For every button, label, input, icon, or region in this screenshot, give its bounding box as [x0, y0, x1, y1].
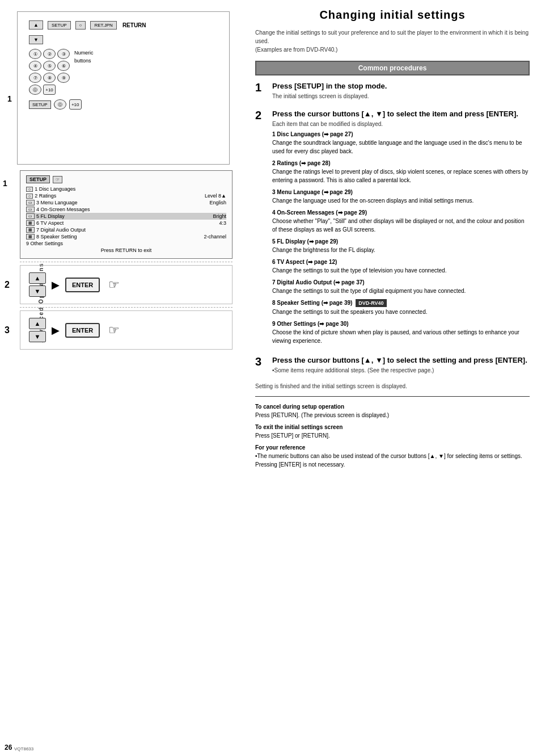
note-exit-title: To exit the initial settings screen	[255, 424, 530, 430]
sub-item-3-title: Menu Language (➡ page 29)	[277, 189, 353, 195]
step-2-content: Press the cursor buttons [▲, ▼] to selec…	[272, 109, 530, 348]
sub-item-6-text: Change the settings to suit the type of …	[272, 267, 446, 274]
cursor-arrows-2: ▲ ▼	[29, 272, 46, 297]
down-cursor-2: ▼	[29, 285, 46, 297]
note-reference: For your reference •The numeric buttons …	[255, 444, 530, 469]
doc-number: VQT8633	[14, 746, 33, 751]
sub-item-7: 7 Digital Audio Output (➡ page 37) Chang…	[272, 278, 530, 295]
menu-item-5-highlight: ▭ 5 FL Display Bright	[26, 213, 226, 220]
num-1: ①	[29, 49, 41, 59]
step-2-block: 2 Press the cursor buttons [▲, ▼] to sel…	[255, 109, 530, 348]
sub-item-9-title: Other Settings (➡ page 30)	[277, 321, 348, 327]
setup-row: SETUP ⓪ +10	[29, 99, 221, 110]
hand-icon-1: ☞	[53, 176, 62, 183]
left-panel: Advanced Operations 2·3 1 ▲ SETUP ○ RET.…	[0, 0, 244, 756]
note-exit: To exit the initial settings screen Pres…	[255, 424, 530, 440]
return-area: ○	[75, 21, 86, 30]
sub-item-2: 2 Ratings (➡ page 28) Change the ratings…	[272, 159, 530, 184]
step-2-heading: Press the cursor buttons [▲, ▼] to selec…	[272, 109, 530, 119]
menu-item-8: ▦ 8 Speaker Setting 2-channel	[26, 233, 226, 240]
step2-diagram: 2 ▲ ▼ ▶ ENTER ☞	[20, 265, 233, 304]
up-arrow-btn: ▲	[29, 20, 43, 30]
step-1-number: 1	[255, 81, 267, 94]
sub-item-1-title: Disc Languages (➡ page 27)	[277, 131, 353, 137]
sub-item-3: 3 Menu Language (➡ page 29) Change the l…	[272, 188, 530, 205]
num-0: ⓪	[29, 85, 41, 95]
arrow-right-2: ▶	[52, 279, 60, 291]
remote-top-row: ▲ SETUP ○ RET.JPN RETURN	[29, 20, 221, 30]
remote-diagram: 2·3 1 ▲ SETUP ○ RET.JPN RETURN ▼ ① ② ③ ④…	[17, 11, 230, 165]
page-number: 26	[5, 744, 12, 751]
sub-item-1-text: Change the soundtrack language, subtitle…	[272, 140, 522, 154]
setup-btn-remote: SETUP	[48, 21, 71, 30]
sub-item-4: 4 On-Screen Messages (➡ page 29) Choose …	[272, 208, 530, 234]
return-label: RETURN	[122, 22, 146, 28]
label-2: 2	[5, 280, 10, 290]
sub-item-8: 8 Speaker Setting (➡ page 39) DVD-RV40 C…	[272, 299, 530, 316]
sub-item-9-text: Choose the kind of picture shown when pl…	[272, 329, 519, 344]
label-1-setup: 1	[3, 179, 7, 188]
right-panel: Changing initial settings Change the ini…	[244, 0, 541, 756]
note-cancel-title: To cancel during setup operation	[255, 404, 530, 410]
num-7: ⑦	[29, 73, 41, 83]
step-2-sub: Each item that can be modified is displa…	[272, 121, 530, 127]
step3-diagram: 3 ▲ ▼ ▶ ENTER ☞	[20, 310, 233, 350]
finish-text: Setting is finished and the initial sett…	[255, 383, 530, 389]
num-9: ⑨	[57, 73, 70, 83]
note-reference-text: •The numeric buttons can also be used in…	[255, 452, 530, 469]
step-1-block: 1 Press [SETUP] in the stop mode. The in…	[255, 81, 530, 102]
setup-section: 1 SETUP ☞ ○ 1 Disc Languages ○ 2 Ratings…	[20, 170, 233, 259]
num-6: ⑥	[57, 61, 70, 71]
note-cancel: To cancel during setup operation Press […	[255, 404, 530, 419]
numeric-label: Numeric buttons	[74, 49, 94, 65]
menu-item-4: ▭ 4 On-Screen Messages	[26, 206, 226, 213]
section-header: Common procedures	[255, 61, 530, 75]
up-cursor-2: ▲	[29, 272, 46, 284]
step-1-heading: Press [SETUP] in the stop mode.	[272, 81, 530, 91]
arrow-right-3: ▶	[52, 324, 60, 337]
divider-1	[20, 262, 233, 262]
dvd-badge: DVD-RV40	[356, 299, 386, 307]
sub-item-5: 5 FL Display (➡ page 29) Change the brig…	[272, 237, 530, 254]
num-8: ⑧	[43, 73, 56, 83]
sub-item-8-title: Speaker Setting (➡ page 39)	[277, 300, 352, 306]
numeric-grid: ① ② ③ ④ ⑤ ⑥ ⑦ ⑧ ⑨ ⓪ +10	[29, 49, 70, 95]
step-3-heading: Press the cursor buttons [▲, ▼] to selec…	[272, 355, 530, 366]
sub-item-3-text: Change the language used for the on-scre…	[272, 198, 474, 204]
num-4: ④	[29, 61, 41, 71]
sub-item-1: 1 Disc Languages (➡ page 27) Change the …	[272, 130, 530, 156]
main-divider	[255, 396, 530, 397]
menu-press-return: Press RETURN to exit	[26, 247, 226, 254]
down-cursor-3: ▼	[29, 331, 46, 342]
menu-item-6: ▦ 6 TV Aspect 4:3	[26, 220, 226, 226]
hand-2: ☞	[108, 278, 120, 292]
sub-item-2-title: Ratings (➡ page 28)	[277, 160, 330, 166]
num-3: ③	[57, 49, 70, 59]
num-btn-0: ⓪	[54, 99, 66, 110]
label-3: 3	[5, 325, 10, 335]
num-extra: +10	[43, 85, 56, 95]
menu-item-3: ▭ 3 Menu Language English	[26, 199, 226, 206]
setup-menu-title: SETUP ☞	[26, 175, 226, 183]
sub-item-5-title: FL Display (➡ page 29)	[277, 238, 338, 245]
sub-item-7-title: Digital Audio Output (➡ page 37)	[277, 279, 364, 285]
menu-item-1: ○ 1 Disc Languages	[26, 186, 226, 192]
menu-item-7: ▦ 7 Digital Audio Output	[26, 226, 226, 233]
num-2: ②	[43, 49, 56, 59]
setup-btn-bottom: SETUP	[29, 100, 51, 109]
sub-item-6: 6 TV Aspect (➡ page 12) Change the setti…	[272, 258, 530, 275]
step-1-content: Press [SETUP] in the stop mode. The init…	[272, 81, 530, 102]
enter-btn-2: ENTER	[65, 278, 100, 292]
ret-btn: RET.JPN	[90, 21, 116, 30]
numeric-section: ① ② ③ ④ ⑤ ⑥ ⑦ ⑧ ⑨ ⓪ +10 Numeric buttons	[29, 49, 221, 95]
setup-icon: SETUP	[26, 175, 50, 183]
cursor-arrows-3: ▲ ▼	[29, 318, 46, 342]
intro-text: Change the initial settings to suit your…	[255, 28, 530, 54]
step-2-items: 1 Disc Languages (➡ page 27) Change the …	[272, 130, 530, 345]
setup-menu-box: SETUP ☞ ○ 1 Disc Languages ○ 2 Ratings L…	[20, 170, 233, 259]
label-1-remote: 1	[7, 94, 12, 103]
step-2-number: 2	[255, 109, 267, 122]
sub-item-2-text: Change the ratings level to prevent play…	[272, 169, 528, 183]
num-btn-extra: +10	[69, 99, 82, 110]
hand-3: ☞	[108, 323, 120, 338]
